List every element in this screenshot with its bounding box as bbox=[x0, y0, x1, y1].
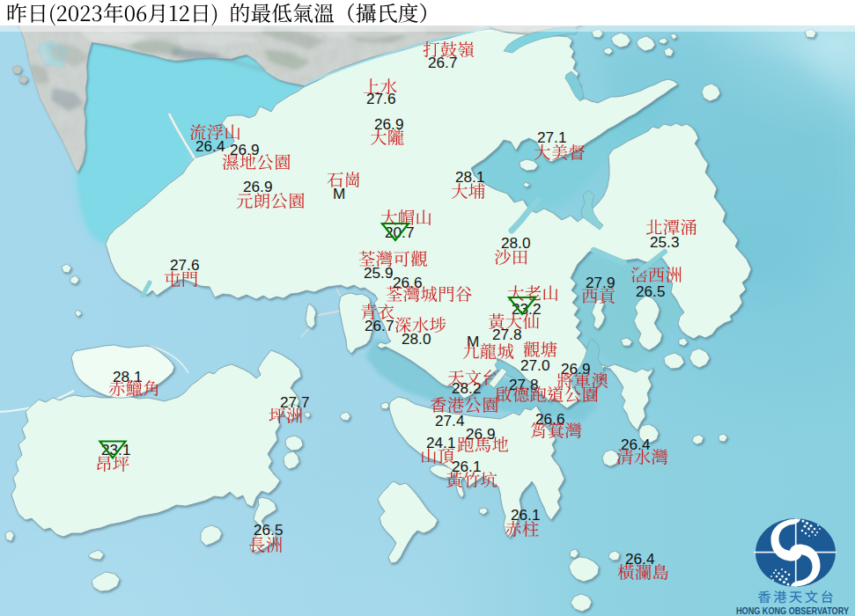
svg-text:27.6: 27.6 bbox=[170, 256, 199, 274]
svg-text:24.1: 24.1 bbox=[426, 434, 455, 451]
svg-text:26.9: 26.9 bbox=[466, 425, 495, 443]
svg-text:28.0: 28.0 bbox=[501, 234, 530, 252]
svg-text:26.5: 26.5 bbox=[254, 521, 283, 539]
svg-text:27.4: 27.4 bbox=[435, 412, 465, 429]
svg-text:26.7: 26.7 bbox=[365, 317, 394, 334]
svg-text:26.1: 26.1 bbox=[452, 458, 481, 475]
svg-text:26.4: 26.4 bbox=[195, 137, 225, 155]
svg-text:25.9: 25.9 bbox=[364, 264, 393, 282]
svg-text:26.4: 26.4 bbox=[621, 436, 651, 453]
svg-text:27.1: 27.1 bbox=[537, 128, 566, 146]
svg-text:28.0: 28.0 bbox=[402, 330, 431, 348]
svg-text:27.7: 27.7 bbox=[280, 393, 309, 411]
svg-text:26.5: 26.5 bbox=[636, 282, 665, 300]
svg-text:26.1: 26.1 bbox=[511, 506, 540, 524]
svg-text:28.1: 28.1 bbox=[455, 168, 484, 186]
svg-text:26.9: 26.9 bbox=[230, 141, 259, 158]
svg-text:27.0: 27.0 bbox=[520, 356, 549, 374]
svg-text:28.2: 28.2 bbox=[452, 379, 481, 397]
svg-text:M: M bbox=[333, 185, 345, 202]
svg-text:27.9: 27.9 bbox=[586, 274, 615, 291]
svg-text:26.9: 26.9 bbox=[243, 178, 272, 195]
svg-text:25.3: 25.3 bbox=[650, 233, 679, 251]
svg-text:HONG KONG OBSERVATORY: HONG KONG OBSERVATORY bbox=[736, 605, 849, 616]
